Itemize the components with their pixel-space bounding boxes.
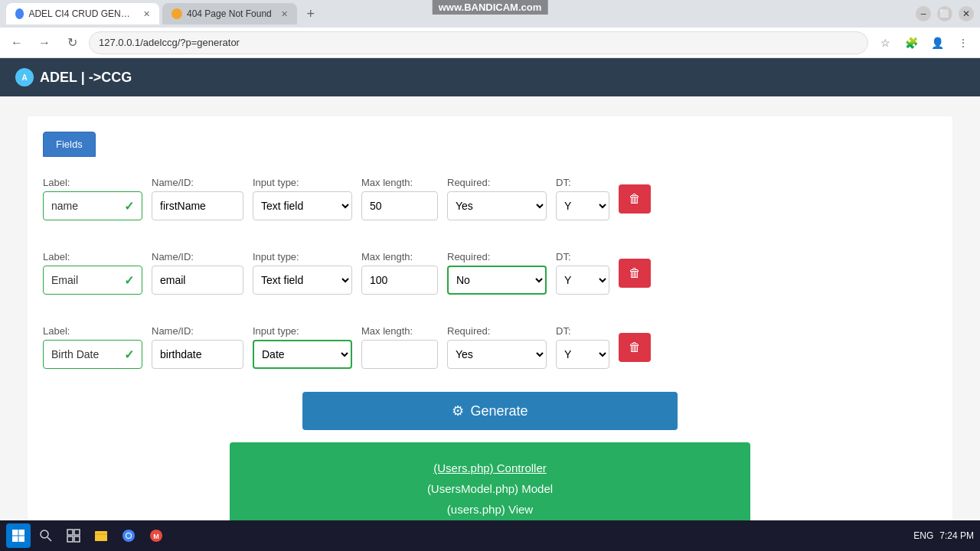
delete-button-2[interactable]: 🗑 — [619, 259, 651, 288]
required-heading-3: Required: — [447, 325, 547, 337]
lang-indicator: ENG — [913, 530, 933, 541]
field-group-inputtype-3: Input type: Text field Date Number — [253, 325, 352, 369]
search-taskbar-button[interactable] — [34, 523, 58, 548]
field-group-label-1: Label: name ✓ — [43, 177, 142, 220]
required-select-1[interactable]: Yes No — [447, 191, 547, 220]
label-heading-2: Label: — [43, 251, 142, 262]
dt-select-2[interactable]: Y N — [556, 266, 609, 295]
svg-rect-10 — [67, 536, 73, 542]
taskbar-left: M — [6, 523, 168, 548]
tab2-close[interactable]: ✕ — [281, 9, 288, 19]
tab1-favicon — [15, 8, 24, 19]
nameid-heading-3: Name/ID: — [152, 325, 243, 337]
svg-text:M: M — [153, 533, 159, 540]
field-group-maxlength-3: Max length: — [361, 325, 438, 369]
view-text: (users.php) View — [447, 503, 533, 516]
start-button[interactable] — [6, 523, 31, 548]
clock-time: 7:24 PM — [939, 530, 974, 541]
required-select-2[interactable]: Yes No — [447, 266, 547, 295]
label-check-1: ✓ — [124, 199, 134, 214]
extensions-button[interactable]: 🧩 — [900, 32, 922, 54]
field-group-nameid-1: Name/ID: — [152, 177, 243, 220]
svg-rect-3 — [19, 530, 25, 536]
trash-icon-2: 🗑 — [629, 266, 641, 280]
delete-button-3[interactable]: 🗑 — [619, 333, 651, 362]
maximize-button[interactable]: ⬜ — [937, 6, 952, 21]
inputtype-select-3[interactable]: Text field Date Number — [253, 340, 352, 369]
browser-navbar: ← → ↻ 127.0.0.1/adelccg/?p=generator ☆ 🧩… — [0, 28, 980, 58]
inputtype-select-2[interactable]: Text field Date Number — [253, 266, 352, 295]
browser-tab-2[interactable]: 404 Page Not Found ✕ — [162, 3, 297, 24]
label-input-3[interactable]: Birth Date ✓ — [43, 340, 142, 369]
nameid-input-3[interactable] — [152, 340, 243, 369]
label-check-3: ✓ — [124, 347, 134, 362]
trash-icon-1: 🗑 — [629, 192, 641, 206]
taskbar: M ENG 7:24 PM — [0, 520, 980, 551]
chrome-taskbar[interactable] — [116, 523, 141, 548]
file-explorer-taskbar[interactable] — [89, 523, 113, 548]
logo-icon: A — [15, 68, 34, 86]
label-heading-1: Label: — [43, 177, 142, 188]
reload-button[interactable]: ↻ — [61, 32, 83, 54]
label-value-1: name — [51, 200, 78, 212]
field-group-label-3: Label: Birth Date ✓ — [43, 325, 142, 369]
browser-chrome: ADEL CI4 CRUD GENERATOR ✕ 404 Page Not F… — [0, 0, 980, 58]
inputtype-heading-3: Input type: — [253, 325, 352, 337]
forward-button[interactable]: → — [34, 32, 55, 54]
app-taskbar-red[interactable]: M — [144, 523, 168, 548]
dt-select-1[interactable]: Y N — [556, 191, 609, 220]
field-group-label-2: Label: Email ✓ — [43, 251, 142, 295]
nameid-heading-1: Name/ID: — [152, 177, 243, 188]
new-tab-button[interactable]: + — [300, 3, 322, 24]
maxlength-input-2[interactable] — [361, 266, 438, 295]
nameid-heading-2: Name/ID: — [152, 251, 243, 262]
inputtype-heading-2: Input type: — [253, 251, 352, 262]
main-content: Fields Label: name ✓ Name/ID: Input type… — [28, 116, 952, 550]
generate-button[interactable]: ⚙ Generate — [302, 392, 678, 430]
app-header: A ADEL | ->CCG — [0, 58, 980, 96]
label-value-3: Birth Date — [51, 348, 99, 360]
profile-button[interactable]: 👤 — [926, 32, 948, 54]
dt-heading-2: DT: — [556, 251, 609, 262]
label-input-2[interactable]: Email ✓ — [43, 266, 142, 295]
active-tab[interactable]: Fields — [43, 132, 96, 157]
form-row-3: Label: Birth Date ✓ Name/ID: Input type:… — [43, 318, 937, 377]
menu-button[interactable]: ⋮ — [952, 32, 974, 54]
required-select-3[interactable]: Yes No — [447, 340, 547, 369]
app-logo-text: ADEL | ->CCG — [40, 70, 132, 86]
tab2-favicon — [172, 8, 182, 19]
label-input-1[interactable]: name ✓ — [43, 191, 142, 220]
gear-icon: ⚙ — [452, 403, 464, 419]
taskview-button[interactable] — [61, 523, 86, 548]
systray: ENG — [913, 530, 933, 541]
close-button[interactable]: ✕ — [959, 6, 974, 21]
minimize-button[interactable]: – — [916, 6, 931, 21]
dt-select-3[interactable]: Y N — [556, 340, 609, 369]
field-group-required-3: Required: Yes No — [447, 325, 547, 369]
browser-titlebar: ADEL CI4 CRUD GENERATOR ✕ 404 Page Not F… — [0, 0, 980, 28]
inputtype-select-1[interactable]: Text field Date Number — [253, 191, 352, 220]
field-group-maxlength-2: Max length: — [361, 251, 438, 295]
form-row-2: Label: Email ✓ Name/ID: Input type: Text… — [43, 243, 937, 302]
nameid-input-2[interactable] — [152, 266, 243, 295]
label-check-2: ✓ — [124, 273, 134, 288]
field-group-required-1: Required: Yes No — [447, 177, 547, 220]
maxlength-input-3[interactable] — [361, 340, 438, 369]
field-group-dt-1: DT: Y N — [556, 177, 609, 220]
address-bar[interactable]: 127.0.0.1/adelccg/?p=generator — [89, 31, 868, 54]
taskbar-clock: 7:24 PM — [939, 530, 974, 541]
nameid-input-1[interactable] — [152, 191, 243, 220]
svg-point-6 — [41, 530, 48, 538]
svg-rect-8 — [67, 530, 73, 535]
back-button[interactable]: ← — [6, 32, 28, 54]
field-group-dt-3: DT: Y N — [556, 325, 609, 369]
delete-button-1[interactable]: 🗑 — [619, 184, 651, 214]
browser-tab-1[interactable]: ADEL CI4 CRUD GENERATOR ✕ — [6, 3, 159, 24]
field-group-nameid-2: Name/ID: — [152, 251, 243, 295]
tab1-close[interactable]: ✕ — [143, 9, 150, 19]
bookmark-button[interactable]: ☆ — [874, 32, 896, 54]
maxlength-input-1[interactable] — [361, 191, 438, 220]
controller-link[interactable]: (Users.php) Controller — [433, 461, 547, 474]
required-heading-2: Required: — [447, 251, 547, 262]
svg-line-7 — [47, 537, 51, 541]
